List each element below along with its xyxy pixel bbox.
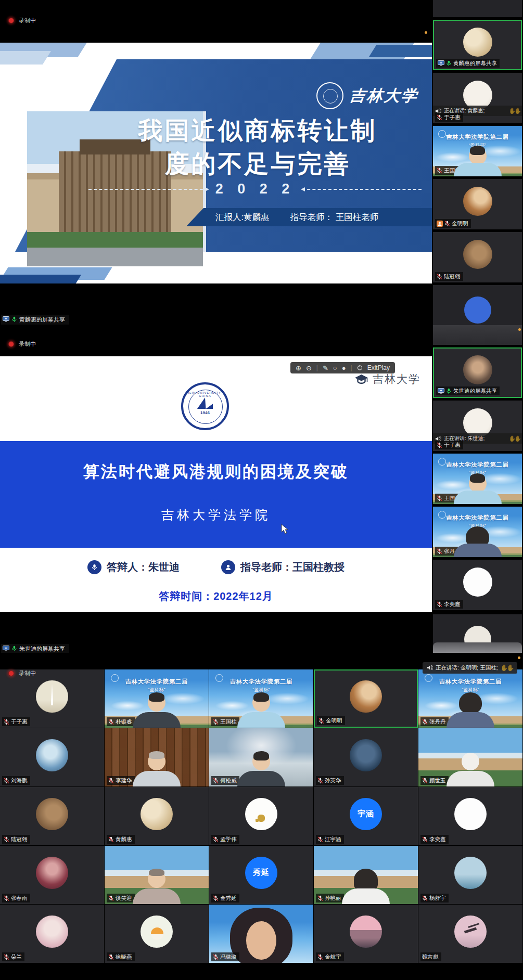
dot-icon[interactable]: ● — [342, 365, 346, 371]
exit-play-button[interactable]: ExitPlay — [367, 364, 390, 371]
participant-tile-李奕鑫[interactable]: 李奕鑫 — [418, 787, 522, 845]
slide-year: 2 0 2 2 — [215, 181, 295, 197]
participant-tile-于子惠[interactable]: 于子惠 — [0, 669, 104, 728]
participant-name-label: 孟学伟 — [211, 835, 239, 844]
participant-tile-杨舒宇[interactable]: 杨舒宇 — [418, 846, 522, 904]
participant-name-label: 于子惠 — [435, 441, 463, 449]
avatar — [463, 187, 492, 216]
participant-tile-刘海鹏[interactable]: 刘海鹏 — [0, 728, 104, 786]
partial-tile[interactable] — [433, 0, 522, 17]
pen-icon[interactable]: ✎ — [323, 365, 328, 371]
university-name: 吉林大学 — [349, 85, 419, 107]
participant-tile-何松威[interactable]: 何松威 — [209, 728, 313, 786]
person-silhouette — [132, 694, 182, 728]
participant-tile-于子惠[interactable]: 正在讲话: 朱世迪;✋✋于子惠 — [433, 401, 522, 451]
avatar — [36, 915, 68, 948]
participant-tile-黄麟惠[interactable]: 黄麟惠 — [105, 787, 209, 845]
participant-name-label: 冯璐璐 — [211, 952, 239, 961]
avatar — [36, 798, 68, 830]
partial-tile[interactable] — [433, 614, 522, 653]
participant-tile-王国柱[interactable]: 吉林大学法学院第二届“盈科杯”王国柱 — [209, 669, 313, 728]
participant-tile-王国柱[interactable]: 吉林大学法学院第二届“盈科杯”王国柱 — [433, 126, 522, 176]
screen-share-icon — [3, 646, 9, 651]
participant-tile-孙艳丽[interactable]: 孙艳丽 — [314, 846, 418, 904]
avatar — [454, 857, 487, 889]
mic-active-icon — [11, 646, 17, 653]
participant-tile-张丹丹[interactable]: 吉林大学法学院第二届“盈科杯”张丹丹 — [433, 507, 522, 557]
raised-hands-icon: ✋✋ — [509, 435, 520, 442]
participant-name: 李奕鑫 — [429, 836, 446, 843]
participant-name: 黄麟惠 — [116, 836, 132, 843]
participant-tile-谈笑迎[interactable]: 谈笑迎 — [105, 846, 209, 904]
participant-tile-朴银睿[interactable]: 吉林大学法学院第二届“盈科杯”朴银睿 — [105, 669, 209, 728]
participant-name: 于子惠 — [444, 114, 461, 121]
participant-name-label: 朵兰 — [2, 952, 24, 961]
partial-tile[interactable] — [433, 285, 522, 325]
participant-name: 江宇涵 — [325, 836, 341, 843]
participant-tile-朵兰[interactable]: 朵兰 — [0, 905, 104, 963]
advisor-name: 指导老师： 王国柱老师 — [290, 212, 379, 223]
participant-name-label: 孙英华 — [316, 776, 344, 785]
avatar — [463, 240, 492, 269]
participant-name-label: 颜世玉 — [420, 776, 449, 785]
participant-tile-李奕鑫[interactable]: 李奕鑫 — [433, 560, 522, 610]
participant-name-label: 黄麟惠 — [107, 835, 135, 844]
mic-muted-icon — [437, 495, 442, 501]
mic-muted-icon — [108, 778, 114, 784]
circle-icon[interactable]: ○ — [333, 365, 337, 371]
participant-tile-江宇涵[interactable]: 宇涵江宇涵 — [314, 787, 418, 845]
recording-label: 录制中 — [19, 669, 36, 677]
mic-muted-icon — [317, 954, 323, 960]
participant-tile-金秀延[interactable]: 秀延金秀延 — [209, 846, 313, 904]
screenshot-section-2: 录制中 吉林大学 JILIN UNIVERSITY · CHINA 1946 ⊕… — [0, 325, 523, 653]
mic-muted-icon — [437, 114, 442, 121]
recording-indicator: 录制中 — [8, 669, 36, 677]
participant-name-label: 李建华 — [107, 776, 135, 785]
mic-active-icon — [446, 60, 452, 67]
mic-muted-icon — [108, 954, 114, 960]
record-dot-icon — [8, 341, 14, 347]
avatar — [350, 915, 382, 948]
participant-tile-冯璐璐[interactable]: 冯璐璐 — [209, 905, 313, 963]
participant-tile-金明明[interactable]: 金明明 — [314, 669, 418, 728]
respondent-info: 答辩人：朱世迪 — [87, 560, 180, 574]
participant-tile-孟学伟[interactable]: 孟学伟 — [209, 787, 313, 845]
meeting-window: 录制中 吉林大学 我国近似商标转让制 度的不足与完善 2 0 2 2 汇报人:黄… — [0, 0, 523, 980]
partial-tile[interactable] — [433, 325, 522, 345]
virtual-bg-text: 吉林大学法学院第二届“盈科杯” — [418, 678, 522, 693]
screenshot-section-1: 录制中 吉林大学 我国近似商标转让制 度的不足与完善 2 0 2 2 汇报人:黄… — [0, 0, 523, 325]
screen-share-tile-黄麟惠的屏幕共享[interactable]: 黄麟惠的屏幕共享 — [433, 20, 522, 70]
mic-muted-icon — [108, 895, 114, 901]
power-icon[interactable] — [357, 365, 363, 371]
participant-tile-金航宇[interactable]: 金航宇 — [314, 905, 418, 963]
presenter-name: 汇报人:黄麟惠 — [215, 212, 270, 223]
participant-tile-金明明[interactable]: 金明明 — [433, 179, 522, 229]
participant-tile-徐晓燕[interactable]: 徐晓燕 — [105, 905, 209, 963]
seal-year: 1946 — [183, 410, 227, 415]
participant-tile-孙英华[interactable]: 孙英华 — [314, 728, 418, 786]
virtual-bg-text: 吉林大学法学院第二届“盈科杯” — [209, 678, 313, 693]
participant-tile-张春雨[interactable]: 张春雨 — [0, 846, 104, 904]
participant-name-label: 李奕鑫 — [435, 600, 463, 609]
notification-dot — [518, 328, 521, 331]
presentation-toolbar: ⊕⊖|✎○●|ExitPlay — [290, 362, 395, 373]
share-banner-text: 朱世迪的屏幕共享 — [19, 645, 65, 653]
participant-tile-张丹丹[interactable]: 吉林大学法学院第二届“盈科杯”张丹丹 — [418, 669, 522, 728]
shared-slide-1: 吉林大学 我国近似商标转让制 度的不足与完善 2 0 2 2 汇报人:黄麟惠 指… — [0, 43, 432, 283]
participant-name: 于子惠 — [444, 442, 461, 449]
participant-tile-于子惠[interactable]: 正在讲话: 黄麟惠;✋✋于子惠 — [433, 73, 522, 123]
participant-tile-魏吉彪[interactable]: 魏吉彪 — [418, 905, 522, 963]
mic-active-icon — [11, 316, 17, 323]
zoom-out-icon[interactable]: ⊖ — [306, 365, 312, 371]
participant-tile-陆冠翎[interactable]: 陆冠翎 — [433, 232, 522, 282]
participant-tile-陆冠翎[interactable]: 陆冠翎 — [0, 787, 104, 845]
zoom-in-icon[interactable]: ⊕ — [296, 365, 301, 371]
avatar: 宇涵 — [350, 798, 382, 830]
participant-tile-王国柱[interactable]: 吉林大学法学院第二届“盈科杯”王国柱 — [433, 454, 522, 504]
participant-tile-颜世玉[interactable]: 颜世玉 — [418, 728, 522, 786]
participant-tile-李建华[interactable]: 李建华 — [105, 728, 209, 786]
screenshot-section-3: 录制中 正在讲话: 金明明; 王国柱; ✋✋ 于子惠吉林大学法学院第二届“盈科杯… — [0, 653, 523, 980]
person-silhouette — [132, 753, 182, 786]
screen-share-tile-朱世迪的屏幕共享[interactable]: 朱世迪的屏幕共享 — [433, 347, 522, 398]
mic-muted-icon — [437, 601, 442, 608]
